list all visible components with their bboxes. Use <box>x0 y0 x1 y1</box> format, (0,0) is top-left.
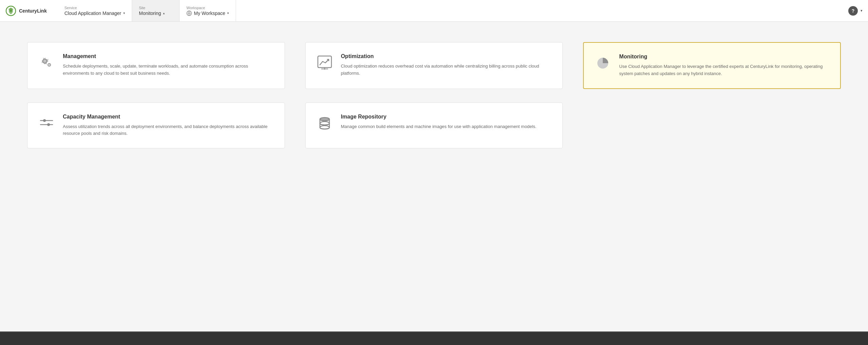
management-title: Management <box>63 53 275 59</box>
optimization-icon <box>315 53 334 72</box>
site-nav-group[interactable]: Site Monitoring ▴ <box>132 0 180 21</box>
cards-row-1: Management Schedule deployments, scale, … <box>27 42 841 89</box>
monitoring-desc: Use Cloud Application Manager to leverag… <box>619 63 831 77</box>
workspace-icon <box>186 11 192 16</box>
svg-point-1 <box>10 10 12 12</box>
workspace-nav-group[interactable]: Workspace My Workspace ▾ <box>180 0 236 21</box>
workspace-label: Workspace <box>186 6 229 10</box>
optimization-title: Optimization <box>341 53 553 59</box>
capacity-card[interactable]: Capacity Management Assess utilization t… <box>27 103 285 149</box>
database-icon <box>317 115 333 131</box>
svg-point-16 <box>320 122 329 125</box>
gears-icon <box>38 55 55 71</box>
image-repo-card-body: Image Repository Manage common build ele… <box>341 114 553 138</box>
site-label: Site <box>139 6 173 10</box>
image-repo-icon <box>315 114 334 133</box>
capacity-card-body: Capacity Management Assess utilization t… <box>63 114 275 138</box>
capacity-title: Capacity Management <box>63 114 275 120</box>
svg-point-12 <box>43 119 46 122</box>
header-nav: Service Cloud Application Manager ▾ Site… <box>58 0 848 21</box>
service-caret-icon: ▾ <box>123 11 125 15</box>
centurylink-logo-icon <box>5 5 16 16</box>
management-card-body: Management Schedule deployments, scale, … <box>63 53 275 78</box>
sliders-icon <box>38 115 55 131</box>
management-desc: Schedule deployments, scale, update, ter… <box>63 63 275 77</box>
monitoring-title: Monitoring <box>619 54 831 60</box>
optimization-card-body: Optimization Cloud optimization reduces … <box>341 53 553 78</box>
capacity-desc: Assess utilization trends across all dep… <box>63 123 275 138</box>
service-nav-group[interactable]: Service Cloud Application Manager ▾ <box>58 0 132 21</box>
optimization-desc: Cloud optimization reduces overhead cost… <box>341 63 553 77</box>
service-label: Service <box>65 6 125 10</box>
monitoring-card[interactable]: Monitoring Use Cloud Application Manager… <box>583 42 841 89</box>
workspace-caret-icon: ▾ <box>227 11 229 15</box>
image-repo-desc: Manage common build elements and machine… <box>341 123 553 130</box>
svg-point-6 <box>49 65 50 66</box>
main-content: Management Schedule deployments, scale, … <box>0 22 868 331</box>
site-value: Monitoring ▴ <box>139 11 173 16</box>
svg-point-17 <box>320 126 329 129</box>
image-repo-title: Image Repository <box>341 114 553 120</box>
site-caret-icon: ▴ <box>163 11 165 15</box>
app-footer <box>0 331 868 345</box>
help-caret-icon[interactable]: ▾ <box>861 8 863 13</box>
workspace-value: My Workspace ▾ <box>186 11 229 16</box>
monitoring-card-body: Monitoring Use Cloud Application Manager… <box>619 54 831 77</box>
monitoring-icon <box>593 54 612 73</box>
header-right: ? ▾ <box>848 0 863 21</box>
svg-point-14 <box>47 123 50 126</box>
cards-row-2: Capacity Management Assess utilization t… <box>27 103 841 149</box>
optimization-card[interactable]: Optimization Cloud optimization reduces … <box>305 42 563 89</box>
centurylink-logo[interactable]: CenturyLink <box>5 5 47 16</box>
logo-text: CenturyLink <box>19 8 47 14</box>
logo-area: CenturyLink <box>5 0 47 21</box>
help-button[interactable]: ? <box>848 6 858 16</box>
management-icon <box>37 53 56 72</box>
empty-col <box>583 103 841 149</box>
pie-chart-icon <box>595 55 611 71</box>
service-value: Cloud Application Manager ▾ <box>65 11 125 16</box>
management-card[interactable]: Management Schedule deployments, scale, … <box>27 42 285 89</box>
image-repo-card[interactable]: Image Repository Manage common build ele… <box>305 103 563 149</box>
app-header: CenturyLink Service Cloud Application Ma… <box>0 0 868 22</box>
capacity-icon <box>37 114 56 133</box>
svg-rect-7 <box>318 56 331 68</box>
chart-up-icon <box>317 55 333 71</box>
